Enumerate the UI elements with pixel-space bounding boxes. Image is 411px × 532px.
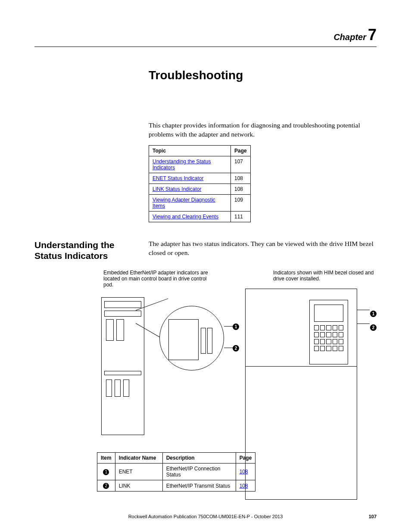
footer-text: Rockwell Automation Publication 750COM-U… bbox=[128, 514, 283, 519]
page-link[interactable]: 108 bbox=[240, 469, 248, 475]
drive-enclosure-diagram bbox=[245, 289, 357, 500]
topic-link[interactable]: Viewing and Clearing Events bbox=[153, 214, 218, 220]
callout-2: 2 bbox=[233, 345, 239, 352]
intro-paragraph: This chapter provides information for di… bbox=[149, 121, 377, 139]
diagram-caption-right: Indicators shown with HIM bezel closed a… bbox=[273, 270, 377, 288]
table-row: Viewing and Clearing Events 111 bbox=[149, 211, 251, 222]
indicator-desc: EtherNet/IP Connection Status bbox=[162, 464, 236, 480]
callout-1-right: 1 bbox=[370, 310, 377, 317]
page-link[interactable]: 108 bbox=[240, 483, 248, 489]
ind-header-name: Indicator Name bbox=[115, 453, 162, 464]
diagram-area: 1 2 1 2 bbox=[34, 293, 377, 500]
item-badge: 2 bbox=[103, 483, 109, 489]
chapter-label: Chapter bbox=[333, 32, 366, 42]
callout-2-right: 2 bbox=[370, 324, 377, 331]
table-row: Viewing Adapter Diagnostic Items 109 bbox=[149, 194, 251, 211]
table-row: ENET Status Indicator 108 bbox=[149, 173, 251, 184]
topic-page: 109 bbox=[231, 194, 251, 211]
table-row: 2 LINK EtherNet/IP Transmit Status 108 bbox=[97, 480, 255, 492]
page-header: Page bbox=[231, 145, 251, 156]
page-footer: Rockwell Automation Publication 750COM-U… bbox=[34, 514, 377, 519]
table-row: Understanding the Status Indicators 107 bbox=[149, 156, 251, 173]
indicator-name: ENET bbox=[115, 464, 162, 480]
footer-page-number: 107 bbox=[369, 514, 377, 519]
indicator-desc: EtherNet/IP Transmit Status bbox=[162, 480, 236, 492]
topic-page: 108 bbox=[231, 173, 251, 184]
section-heading: Understanding the Status Indicators bbox=[34, 240, 149, 261]
diagram-caption-left: Embedded EtherNet/IP adapter indicators … bbox=[103, 270, 213, 288]
section-text: The adapter has two status indicators. T… bbox=[149, 240, 377, 258]
topic-link[interactable]: Understanding the Status Indicators bbox=[153, 159, 211, 171]
him-bezel bbox=[309, 300, 348, 364]
topic-link[interactable]: ENET Status Indicator bbox=[153, 175, 204, 181]
topic-page: 108 bbox=[231, 184, 251, 194]
header-rule bbox=[34, 47, 377, 47]
topic-link[interactable]: LINK Status Indicator bbox=[153, 186, 201, 192]
topic-page: 107 bbox=[231, 156, 251, 173]
table-row: 1 ENET EtherNet/IP Connection Status 108 bbox=[97, 464, 255, 480]
ind-header-desc: Description bbox=[162, 453, 236, 464]
chapter-marker: Chapter7 bbox=[34, 26, 377, 44]
callout-1: 1 bbox=[233, 323, 239, 330]
chapter-number: 7 bbox=[368, 26, 377, 44]
indicator-name: LINK bbox=[115, 480, 162, 492]
topic-link[interactable]: Viewing Adapter Diagnostic Items bbox=[153, 197, 215, 209]
indicator-table: Item Indicator Name Description Page 1 E… bbox=[97, 452, 255, 492]
ind-header-item: Item bbox=[97, 453, 115, 464]
ind-header-page: Page bbox=[236, 453, 255, 464]
page-title: Troubleshooting bbox=[149, 68, 377, 82]
topic-table: Topic Page Understanding the Status Indi… bbox=[149, 145, 251, 222]
control-board-diagram bbox=[101, 297, 144, 435]
topic-page: 111 bbox=[231, 211, 251, 222]
topic-header: Topic bbox=[149, 145, 231, 156]
item-badge: 1 bbox=[103, 469, 109, 475]
table-row: LINK Status Indicator 108 bbox=[149, 184, 251, 194]
zoom-detail-circle bbox=[159, 306, 224, 370]
